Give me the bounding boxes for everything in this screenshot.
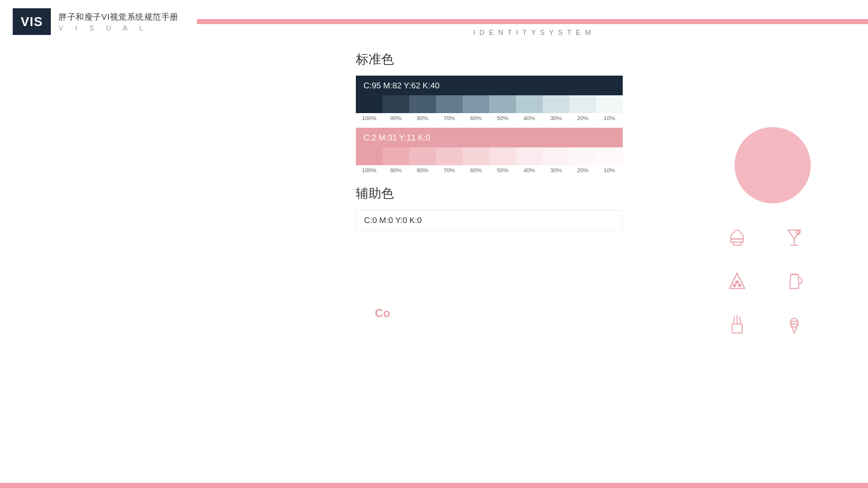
pink-label-90: 90% xyxy=(383,167,409,173)
pink-label-20: 20% xyxy=(569,167,596,173)
header: VIS 胖子和瘦子VI视觉系统规范手册 V I S U A L xyxy=(0,0,868,43)
dark-swatch-40 xyxy=(516,95,543,113)
dark-swatch-30 xyxy=(543,95,569,113)
white-color-row: C:0 M:0 Y:0 K:0 xyxy=(356,210,623,231)
dark-color-label-bar: C:95 M:82 Y:62 K:40 xyxy=(356,76,623,95)
dark-label-30: 30% xyxy=(543,115,569,121)
dark-color-row: C:95 M:82 Y:62 K:40 100% 90% 80% 70% 60 xyxy=(356,76,623,121)
svg-rect-0 xyxy=(731,239,743,242)
pink-label-80: 80% xyxy=(409,167,436,173)
co-text: Co xyxy=(375,307,390,320)
auxiliary-color-section: 辅助色 C:0 M:0 Y:0 K:0 xyxy=(356,185,623,231)
dark-swatch-90 xyxy=(383,95,409,113)
dark-swatch-100 xyxy=(356,95,383,113)
pink-swatch-60 xyxy=(463,147,489,165)
dark-label-10: 10% xyxy=(596,115,623,121)
pink-label-100: 100% xyxy=(356,167,383,173)
fries-icon xyxy=(722,309,752,339)
nav-text: I D E N T I T Y S Y S T E M xyxy=(473,29,592,36)
pizza-slice-icon xyxy=(722,266,752,296)
dark-swatch-10 xyxy=(596,95,623,113)
svg-point-19 xyxy=(790,318,798,327)
pink-label-50: 50% xyxy=(489,167,516,173)
pink-swatch-70 xyxy=(436,147,463,165)
dark-swatch-70 xyxy=(436,95,463,113)
dark-label-50: 50% xyxy=(489,115,516,121)
svg-point-9 xyxy=(736,281,738,283)
pink-color-label-bar: C:2 M:31 Y:11 K:0 xyxy=(356,128,623,147)
dark-label-60: 60% xyxy=(463,115,489,121)
ice-cream-icon xyxy=(779,309,810,339)
logo-box: VIS xyxy=(13,8,51,35)
chef-hat-icon xyxy=(722,222,752,253)
standard-color-section: 标准色 C:95 M:82 Y:62 K:40 100% 90% xyxy=(356,51,623,173)
pink-swatch-50 xyxy=(489,147,516,165)
dark-swatch-labels: 100% 90% 80% 70% 60% 50% 40% 30% 20% 10% xyxy=(356,115,623,121)
pink-swatch-labels: 100% 90% 80% 70% 60% 50% 40% 30% 20% 10% xyxy=(356,167,623,173)
dark-label-40: 40% xyxy=(516,115,543,121)
pink-label-30: 30% xyxy=(543,167,569,173)
logo-area: VIS 胖子和瘦子VI视觉系统规范手册 V I S U A L xyxy=(13,8,179,35)
standard-color-title: 标准色 xyxy=(356,51,623,68)
cocktail-glass-icon xyxy=(779,222,810,253)
brand-name: 胖子和瘦子VI视觉系统规范手册 xyxy=(58,11,179,23)
dark-label-90: 90% xyxy=(383,115,409,121)
svg-point-11 xyxy=(738,284,741,287)
pink-swatch-40 xyxy=(516,147,543,165)
pink-swatch-30 xyxy=(543,147,569,165)
svg-line-16 xyxy=(733,316,735,324)
big-decorative-circle xyxy=(735,127,811,203)
dark-color-swatches xyxy=(356,95,623,113)
pink-color-label: C:2 M:31 Y:11 K:0 xyxy=(363,133,430,142)
svg-line-18 xyxy=(740,316,741,324)
white-color-label-bar: C:0 M:0 Y:0 K:0 xyxy=(356,210,623,231)
right-decorative-area xyxy=(715,127,830,339)
logo-text-area: 胖子和瘦子VI视觉系统规范手册 V I S U A L xyxy=(58,11,179,32)
pink-label-40: 40% xyxy=(516,167,543,173)
dark-label-80: 80% xyxy=(409,115,436,121)
logo-subtitle: V I S U A L xyxy=(58,24,179,32)
pink-swatch-100 xyxy=(356,147,383,165)
pink-swatch-20 xyxy=(569,147,596,165)
pink-swatch-10 xyxy=(596,147,623,165)
pink-swatch-80 xyxy=(409,147,436,165)
auxiliary-color-title: 辅助色 xyxy=(356,185,623,202)
dark-swatch-50 xyxy=(489,95,516,113)
drink-cup-icon xyxy=(779,266,810,296)
pink-swatch-90 xyxy=(383,147,409,165)
svg-point-10 xyxy=(733,284,736,287)
svg-rect-15 xyxy=(732,324,742,333)
dark-swatch-80 xyxy=(409,95,436,113)
nav-letters: I D E N T I T Y S Y S T E M xyxy=(197,29,868,36)
pink-label-10: 10% xyxy=(596,167,623,173)
dark-label-100: 100% xyxy=(356,115,383,121)
logo-text: VIS xyxy=(20,15,43,29)
main-content: 标准色 C:95 M:82 Y:62 K:40 100% 90% xyxy=(356,51,623,236)
pink-label-70: 70% xyxy=(436,167,463,173)
dark-color-label: C:95 M:82 Y:62 K:40 xyxy=(363,81,440,90)
dark-swatch-60 xyxy=(463,95,489,113)
food-icons-grid xyxy=(715,222,830,339)
footer-pink-bar xyxy=(0,483,868,488)
dark-label-70: 70% xyxy=(436,115,463,121)
pink-color-row: C:2 M:31 Y:11 K:0 100% 90% 80% 70% 60% xyxy=(356,128,623,173)
dark-label-20: 20% xyxy=(569,115,596,121)
white-color-label: C:0 M:0 Y:0 K:0 xyxy=(364,215,422,225)
pink-label-60: 60% xyxy=(463,167,489,173)
dark-swatch-20 xyxy=(569,95,596,113)
pink-color-swatches xyxy=(356,147,623,165)
